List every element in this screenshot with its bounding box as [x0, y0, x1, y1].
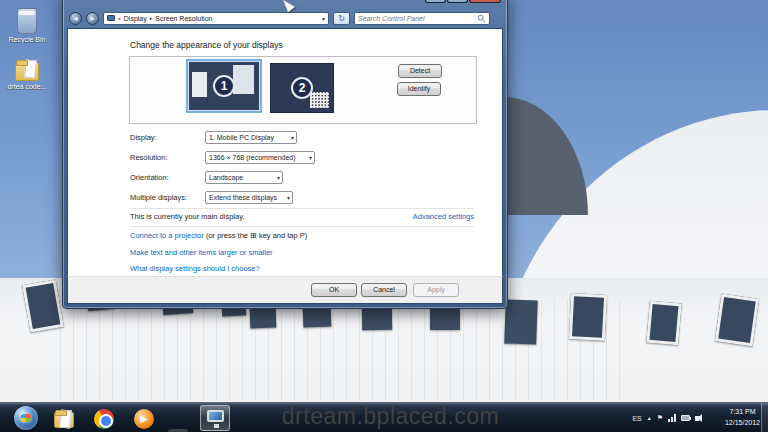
- show-desktop-button[interactable]: [761, 403, 768, 432]
- dialog-footer: OK Cancel Apply: [67, 276, 503, 304]
- speaker-icon[interactable]: [695, 416, 699, 421]
- forward-button[interactable]: ►: [86, 12, 99, 25]
- search-input[interactable]: [358, 15, 473, 22]
- desktop: Recycle Bin drtea code... ◄ ► « Display …: [0, 0, 768, 432]
- orientation-dropdown[interactable]: Landscape ▾: [205, 171, 283, 184]
- minimize-button[interactable]: [425, 0, 446, 3]
- taskbar-clock[interactable]: 7:31 PM 12/15/2012: [725, 406, 760, 428]
- detect-button[interactable]: Detect: [398, 64, 442, 78]
- cancel-button[interactable]: Cancel: [361, 283, 407, 297]
- watermark-text: drteam.bplaced.com: [282, 403, 499, 430]
- monitor-2-number: 2: [291, 77, 313, 99]
- clock-date: 12/15/2012: [725, 417, 760, 428]
- multiple-displays-label: Multiple displays:: [130, 193, 205, 202]
- screen-resolution-window: ◄ ► « Display ▸ Screen Resolution ▾ ↻ Ch…: [62, 0, 508, 309]
- ok-button[interactable]: OK: [311, 283, 357, 297]
- display-preview-panel: 1 2 Detect Identify: [129, 56, 477, 124]
- chevron-down-icon: ▾: [287, 134, 294, 141]
- battery-icon[interactable]: [681, 415, 690, 421]
- monitor-1-number: 1: [213, 75, 235, 97]
- chevron-down-icon: ▾: [305, 154, 312, 161]
- windows-logo-icon: [21, 414, 32, 423]
- language-indicator[interactable]: ES: [632, 415, 641, 422]
- maximize-button[interactable]: [447, 0, 468, 3]
- advanced-settings-link[interactable]: Advanced settings: [413, 212, 474, 221]
- text-size-link[interactable]: Make text and other items larger or smal…: [130, 248, 273, 257]
- taskbar-media-player-button[interactable]: ▶: [134, 409, 154, 429]
- chevron-right-icon[interactable]: ▸: [150, 15, 153, 21]
- projector-hint-text: (or press the: [206, 231, 248, 240]
- search-icon: [477, 14, 486, 23]
- display-help-link[interactable]: What display settings should I choose?: [130, 264, 260, 273]
- desktop-icon-folder[interactable]: drtea code...: [4, 62, 50, 90]
- chevron-down-icon[interactable]: ▾: [322, 15, 325, 22]
- network-icon[interactable]: [668, 414, 676, 422]
- navigation-bar: ◄ ► « Display ▸ Screen Resolution ▾ ↻: [67, 11, 503, 28]
- breadcrumb-item-current: Screen Resolution: [155, 15, 212, 22]
- divider: [130, 226, 474, 227]
- taskbar-chrome-button[interactable]: [94, 409, 114, 429]
- projector-hint-text-end: key and tap P): [259, 231, 307, 240]
- desktop-icon-label: drtea code...: [4, 83, 50, 90]
- clock-time: 7:31 PM: [725, 406, 760, 417]
- explorer-icon: [54, 412, 74, 428]
- multiple-displays-dropdown[interactable]: Extend these displays ▾: [205, 191, 293, 204]
- display-label: Display:: [130, 133, 205, 142]
- search-box[interactable]: [354, 12, 490, 25]
- orientation-label: Orientation:: [130, 173, 205, 182]
- desktop-icon-label: Recycle Bin: [4, 36, 50, 43]
- start-button[interactable]: [14, 406, 38, 430]
- back-button[interactable]: ◄: [69, 12, 82, 25]
- monitor-1-thumbnail: [192, 72, 207, 97]
- connect-projector-link[interactable]: Connect to a projector: [130, 231, 204, 240]
- recycle-bin-icon: [17, 8, 37, 34]
- crumb-overflow-chevron[interactable]: «: [118, 15, 121, 21]
- breadcrumb[interactable]: « Display ▸ Screen Resolution ▾: [103, 12, 329, 25]
- display-dropdown-value: 1. Mobile PC Display: [209, 134, 274, 141]
- wallpaper-dark-roof: [504, 97, 588, 215]
- wallpaper-window: [646, 301, 682, 346]
- system-tray: ES ▲ ⚑: [632, 403, 702, 432]
- display-dropdown[interactable]: 1. Mobile PC Display ▾: [205, 131, 297, 144]
- folder-icon: [15, 62, 39, 81]
- chevron-down-icon: ▾: [273, 174, 280, 181]
- divider: [130, 208, 474, 209]
- resolution-dropdown[interactable]: 1366 × 768 (recommended) ▾: [205, 151, 315, 164]
- monitor-1-thumbnail: [233, 65, 254, 94]
- desktop-icon-recycle-bin[interactable]: Recycle Bin: [4, 8, 50, 43]
- main-display-note: This is currently your main display.: [130, 212, 244, 221]
- monitor-2-preview[interactable]: 2: [270, 63, 334, 113]
- apply-button[interactable]: Apply: [413, 283, 459, 297]
- display-settings-icon: [207, 410, 224, 422]
- windows-key-icon: ⊞: [250, 231, 257, 240]
- identify-button[interactable]: Identify: [397, 82, 441, 96]
- orientation-dropdown-value: Landscape: [209, 174, 243, 181]
- monitor-1-preview[interactable]: 1: [186, 59, 262, 113]
- breadcrumb-item-display[interactable]: Display: [124, 15, 147, 22]
- chevron-down-icon: ▾: [283, 194, 290, 201]
- window-content: Change the appearance of your displays 1…: [67, 28, 503, 276]
- multiple-displays-dropdown-value: Extend these displays: [209, 194, 277, 201]
- taskbar-explorer-button[interactable]: [54, 409, 74, 429]
- page-title: Change the appearance of your displays: [130, 40, 283, 50]
- monitor-2-thumbnail: [310, 92, 329, 108]
- close-button[interactable]: [469, 0, 501, 3]
- wallpaper-window: [569, 293, 607, 341]
- wallpaper-window: [715, 294, 759, 347]
- resolution-dropdown-value: 1366 × 768 (recommended): [209, 154, 296, 161]
- hidden-icons-chevron[interactable]: ▲: [647, 415, 652, 421]
- action-center-flag-icon[interactable]: ⚑: [657, 414, 663, 422]
- resolution-label: Resolution:: [130, 153, 205, 162]
- wallpaper-window: [504, 299, 538, 344]
- refresh-button[interactable]: ↻: [333, 12, 350, 25]
- taskbar-screen-resolution-button[interactable]: [200, 405, 230, 431]
- display-icon: [107, 15, 115, 21]
